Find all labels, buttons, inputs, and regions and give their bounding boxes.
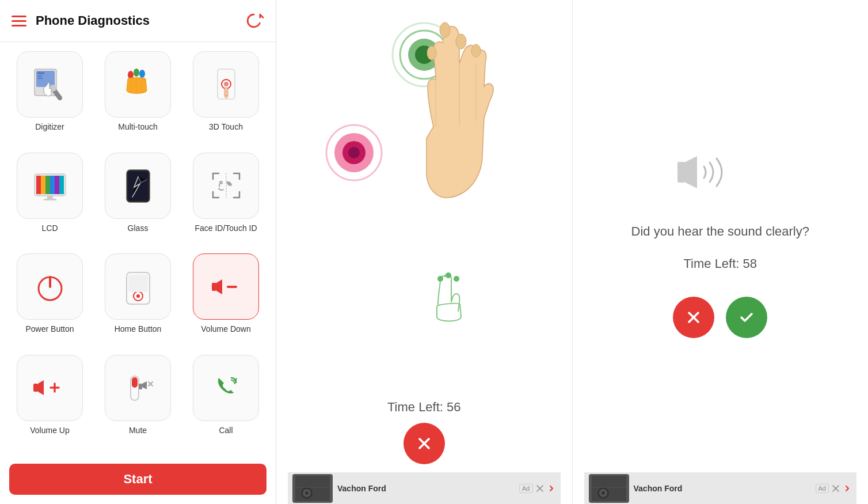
right-fail-button[interactable] [673,297,714,338]
ad-arrow-icon[interactable] [547,484,556,493]
svg-rect-33 [128,275,148,292]
middle-ad-content: Vachon Ford Ad [288,474,561,503]
middle-time-left: Time Left: 56 [387,400,461,415]
svg-rect-36 [33,384,38,392]
svg-rect-19 [55,176,59,194]
three-finger-dots [432,271,490,336]
svg-rect-18 [50,176,55,194]
middle-ad-thumb [292,474,333,503]
grid-item-glass[interactable]: Glass [97,153,178,247]
speaker-test-area: Did you hear the sound clearly? Time Lef… [631,12,809,472]
3dtouch-icon [206,65,246,105]
ad-image-icon [295,476,330,501]
right-ad-label: Ad [816,484,829,493]
multitouch-label: Multi-touch [118,122,157,131]
svg-rect-15 [36,176,41,194]
svg-point-26 [220,181,222,184]
grid-item-faceid[interactable]: Face ID/Touch ID [185,153,267,247]
homebutton-icon-box [105,253,171,320]
svg-rect-4 [37,78,43,79]
homebutton-icon [118,267,158,307]
middle-ad-text: Vachon Ford [337,484,386,493]
hand-illustration [376,12,537,262]
touch-test-area [288,12,561,400]
svg-point-56 [437,276,443,282]
svg-rect-20 [59,176,64,194]
speaker-icon [663,138,778,207]
volumedown-icon [206,267,246,307]
svg-point-53 [440,22,450,37]
digitizer-icon-box [17,51,83,118]
faceid-icon-box [193,153,259,219]
svg-rect-34 [212,283,216,291]
grid-item-digitizer[interactable]: Digitizer [9,51,90,146]
svg-point-11 [224,82,229,86]
app-header: Phone Diagnostics [0,0,276,42]
grid-item-call[interactable]: Call [185,355,267,449]
checkmark-icon [737,308,756,327]
svg-rect-16 [41,176,45,194]
volumedown-icon-box [193,253,259,320]
svg-point-8 [139,70,145,78]
digitizer-label: Digitizer [35,122,64,131]
grid-item-mute[interactable]: Mute [97,355,178,449]
volumeup-icon-box [17,355,83,421]
refresh-icon[interactable] [243,10,264,31]
glass-label: Glass [128,223,149,233]
svg-point-54 [456,34,466,49]
svg-rect-21 [47,196,53,199]
powerbutton-label: Power Button [25,324,74,334]
right-ad-image-icon [592,476,626,501]
sound-question: Did you hear the sound clearly? [631,224,809,239]
svg-rect-40 [132,377,138,388]
middle-fail-button[interactable] [403,423,445,464]
right-ad-banner: Vachon Ford Ad [584,472,857,504]
grid-item-powerbutton[interactable]: Power Button [9,253,90,348]
svg-rect-41 [139,384,142,389]
ad-close-icon[interactable] [535,484,545,493]
svg-point-7 [134,69,139,77]
svg-point-51 [348,147,360,158]
call-icon-box [193,355,259,421]
call-icon [206,367,246,408]
right-action-buttons [673,297,767,338]
call-label: Call [219,426,233,435]
homebutton-label: Home Button [115,324,162,334]
grid-item-multitouch[interactable]: Multi-touch [97,51,178,146]
right-ad-arrow-icon[interactable] [843,484,852,493]
grid-item-homebutton[interactable]: Home Button [97,253,178,348]
right-ad-controls: Ad [816,484,852,493]
mute-icon-box [105,355,171,421]
3dtouch-icon-box [193,51,259,118]
app-title: Phone Diagnostics [36,13,243,28]
volumeup-label: Volume Up [30,426,69,435]
middle-ad-controls: Ad [519,484,555,493]
volumeup-icon [30,367,70,408]
hamburger-icon[interactable] [12,16,26,26]
3dtouch-label: 3D Touch [209,122,243,131]
middle-panel: Time Left: 56 Vachon Ford Ad [276,0,573,504]
multitouch-icon [118,65,158,105]
right-ad-text: Vachon Ford [634,484,683,493]
lcd-icon-box [17,153,83,219]
diagnostics-grid: Digitizer Multi-touch [0,42,276,458]
middle-action-buttons [403,423,445,464]
svg-rect-3 [37,75,42,77]
glass-icon [118,165,158,206]
grid-item-3dtouch[interactable]: 3D Touch [185,51,267,146]
grid-item-volumeup[interactable]: Volume Up [9,355,90,449]
svg-rect-22 [44,199,56,200]
svg-rect-70 [592,476,626,501]
svg-point-52 [427,46,436,60]
ad-label: Ad [519,484,532,493]
grid-item-volumedown[interactable]: Volume Down [185,253,267,348]
right-ad-close-icon[interactable] [831,484,840,493]
grid-item-lcd[interactable]: LCD [9,153,90,247]
svg-point-73 [601,491,605,495]
start-button[interactable]: Start [9,464,267,495]
left-panel: Phone Diagnostics [0,0,276,504]
svg-point-55 [471,44,481,57]
right-pass-button[interactable] [726,297,767,338]
svg-rect-17 [45,176,50,194]
svg-rect-12 [224,88,228,96]
